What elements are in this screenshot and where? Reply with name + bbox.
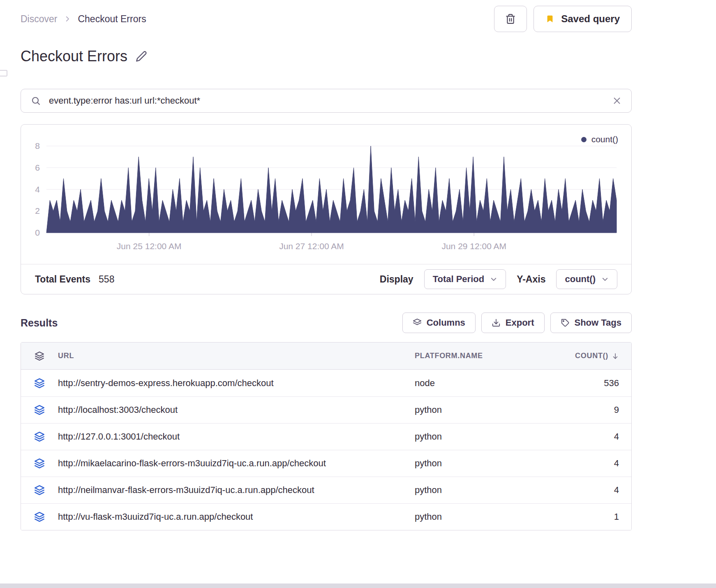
chart-legend[interactable]: count() [581,134,618,144]
svg-text:2: 2 [35,206,40,215]
saved-query-button[interactable]: Saved query [534,6,632,32]
svg-text:4: 4 [35,185,40,194]
cell-count: 4 [546,485,631,495]
discover-page: Discover Checkout Errors Saved query Che… [0,0,632,530]
results-header: Results Columns Export Show Tags [21,313,632,333]
chevron-right-icon [64,15,71,23]
table-row: http://127.0.0.1:3001/checkout python 4 [21,423,631,450]
display-label: Display [380,274,413,285]
display-dropdown-value: Total Period [433,274,485,285]
edit-pencil-icon[interactable] [136,51,147,62]
table-row: http://sentry-demos-express.herokuapp.co… [21,370,631,396]
bookmark-icon [545,14,554,24]
download-icon [492,318,501,327]
results-table: URL PLATFORM.NAME COUNT() http://sentry-… [21,342,632,530]
cell-platform: python [415,512,546,522]
cell-url: http://127.0.0.1:3001/checkout [58,431,415,442]
search-icon [31,96,41,106]
close-icon[interactable] [612,96,621,105]
chevron-down-icon [601,275,609,283]
breadcrumb-discover[interactable]: Discover [21,14,57,25]
table-row: http://localhost:3003/checkout python 9 [21,396,631,423]
topbar-actions: Saved query [494,6,632,32]
cell-url: http://sentry-demos-express.herokuapp.co… [58,378,415,389]
row-actions-layers-icon[interactable] [21,405,58,415]
export-label: Export [506,317,534,328]
chart-footer: Total Events 558 Display Total Period Y-… [21,264,631,294]
tag-icon [561,318,570,327]
show-tags-button[interactable]: Show Tags [550,313,632,333]
chevron-down-icon [490,275,497,283]
svg-text:Jun 29 12:00 AM: Jun 29 12:00 AM [441,241,506,251]
row-actions-layers-icon[interactable] [21,485,58,495]
cell-count: 536 [546,378,631,389]
results-actions: Columns Export Show Tags [402,313,632,333]
svg-text:8: 8 [35,141,40,150]
row-actions-layers-icon[interactable] [21,458,58,469]
cell-platform: python [415,431,546,442]
svg-text:Jun 27 12:00 AM: Jun 27 12:00 AM [279,241,344,251]
delete-query-button[interactable] [494,6,527,32]
row-actions-layers-icon[interactable] [21,512,58,522]
yaxis-dropdown-value: count() [565,274,596,285]
sort-desc-icon [612,352,619,360]
breadcrumb-current: Checkout Errors [78,14,146,25]
svg-text:Jun 25 12:00 AM: Jun 25 12:00 AM [117,241,182,251]
cell-platform: python [415,458,546,469]
row-actions-layers-icon[interactable] [21,378,58,389]
yaxis-dropdown[interactable]: count() [556,269,617,289]
yaxis-label: Y-Axis [517,274,545,285]
table-row: http://neilmanvar-flask-errors-m3uuizd7i… [21,477,631,503]
total-events-label: Total Events [35,274,90,285]
total-events-value: 558 [99,274,114,285]
title-row: Checkout Errors [21,48,632,65]
show-tags-label: Show Tags [575,317,622,328]
top-bar: Discover Checkout Errors Saved query [21,6,632,32]
cell-platform: node [415,378,546,389]
columns-label: Columns [427,317,465,328]
cell-url: http://localhost:3003/checkout [58,405,415,415]
cell-platform: python [415,405,546,415]
column-header-count[interactable]: COUNT() [546,352,631,360]
page-title: Checkout Errors [21,48,127,65]
display-dropdown[interactable]: Total Period [424,269,506,289]
chart-controls: Display Total Period Y-Axis count() [380,269,617,289]
events-chart-card: 02468Jun 25 12:00 AMJun 27 12:00 AMJun 2… [21,124,632,294]
results-title: Results [21,317,58,329]
layers-icon [413,318,422,327]
column-header-platform[interactable]: PLATFORM.NAME [415,352,546,360]
table-header-row: URL PLATFORM.NAME COUNT() [21,343,631,370]
saved-query-label: Saved query [561,13,620,25]
cell-count: 1 [546,512,631,522]
breadcrumb: Discover Checkout Errors [21,14,146,25]
events-chart[interactable]: 02468Jun 25 12:00 AMJun 27 12:00 AMJun 2… [21,125,631,264]
sidebar-toggle-handle[interactable] [0,70,7,76]
cell-count: 4 [546,458,631,469]
cell-count: 4 [546,431,631,442]
cell-platform: python [415,485,546,495]
export-button[interactable]: Export [481,313,545,333]
horizontal-scrollbar[interactable] [0,583,716,588]
column-header-url[interactable]: URL [58,352,415,360]
legend-dot [581,137,587,142]
layers-icon[interactable] [21,351,58,361]
search-input[interactable] [48,95,605,106]
table-row: http://vu-flask-m3uuizd7iq-uc.a.run.app/… [21,503,631,530]
columns-button[interactable]: Columns [402,313,476,333]
search-bar [21,89,632,113]
cell-url: http://neilmanvar-flask-errors-m3uuizd7i… [58,485,415,495]
row-actions-layers-icon[interactable] [21,431,58,442]
legend-label: count() [591,134,618,144]
trash-icon [505,14,516,24]
svg-text:6: 6 [35,163,40,172]
table-row: http://mikaelacarino-flask-errors-m3uuiz… [21,450,631,477]
svg-text:0: 0 [35,228,40,237]
count-header-label: COUNT() [575,352,608,360]
chart-area: 02468Jun 25 12:00 AMJun 27 12:00 AMJun 2… [21,125,631,264]
cell-count: 9 [546,405,631,415]
cell-url: http://vu-flask-m3uuizd7iq-uc.a.run.app/… [58,512,415,522]
cell-url: http://mikaelacarino-flask-errors-m3uuiz… [58,458,415,469]
